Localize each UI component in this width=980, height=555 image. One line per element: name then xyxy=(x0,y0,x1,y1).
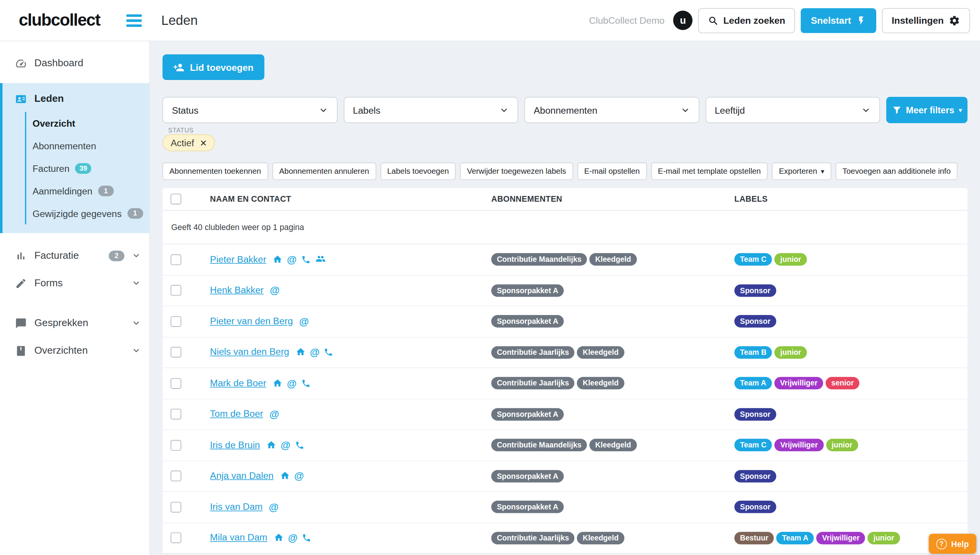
row-checkbox[interactable] xyxy=(171,254,181,265)
subscription-badge: Kleedgeld xyxy=(577,532,624,544)
member-name-link[interactable]: Iris van Dam xyxy=(210,501,263,512)
email-icon[interactable]: @ xyxy=(294,471,304,482)
sidebar-item-forms[interactable]: Forms xyxy=(0,269,149,297)
row-checkbox[interactable] xyxy=(171,285,181,296)
phone-icon[interactable] xyxy=(324,348,334,357)
email-icon[interactable]: @ xyxy=(299,316,309,327)
assign-subscriptions-button[interactable]: Abonnementen toekennen xyxy=(162,163,268,180)
label-badge: senior xyxy=(826,377,859,390)
member-name-link[interactable]: Pieter Bakker xyxy=(210,254,266,264)
help-button[interactable]: ? Help xyxy=(929,534,976,553)
remove-assigned-labels-button[interactable]: Verwijder toegewezen labels xyxy=(460,163,573,180)
member-name-link[interactable]: Niels van den Berg xyxy=(210,346,289,357)
email-icon[interactable]: @ xyxy=(288,533,297,544)
email-icon[interactable]: @ xyxy=(287,378,296,389)
filter-select-label: Abonnementen xyxy=(534,105,597,116)
row-checkbox[interactable] xyxy=(171,502,181,513)
subscription-badge: Kleedgeld xyxy=(577,346,624,359)
hamburger-menu-icon[interactable] xyxy=(126,11,142,29)
settings-button[interactable]: Instellingen xyxy=(882,8,970,33)
sidebar-subitem-aanmeldingen[interactable]: Aanmeldingen 1 xyxy=(26,180,150,202)
home-icon[interactable] xyxy=(273,378,283,388)
member-name-link[interactable]: Pieter van den Berg xyxy=(210,315,293,326)
row-checkbox[interactable] xyxy=(171,440,181,451)
phone-icon[interactable] xyxy=(301,255,311,265)
subitem-label: Aanmeldingen xyxy=(33,185,93,196)
subitem-label: Gewijzigde gegevens xyxy=(33,208,122,219)
count-badge: 1 xyxy=(127,208,143,219)
main-content: Lid toevoegen Status Labels Abonnementen… xyxy=(150,41,980,555)
email-icon[interactable]: @ xyxy=(310,347,319,358)
action-label: Verwijder toegewezen labels xyxy=(467,167,566,176)
home-icon[interactable] xyxy=(273,255,283,264)
sidebar-item-overzichten[interactable]: Overzichten xyxy=(0,337,149,364)
phone-icon[interactable] xyxy=(301,379,311,388)
help-label: Help xyxy=(951,539,969,548)
action-label: E-mail met template opstellen xyxy=(658,167,761,176)
email-icon[interactable]: @ xyxy=(270,409,279,420)
home-icon[interactable] xyxy=(280,471,290,481)
phone-icon[interactable] xyxy=(302,533,312,543)
email-icon[interactable]: @ xyxy=(281,440,290,451)
row-checkbox[interactable] xyxy=(171,409,181,420)
search-members-button[interactable]: Leden zoeken xyxy=(698,8,795,33)
subitem-label: Abonnementen xyxy=(33,140,96,151)
filter-select-abonnementen[interactable]: Abonnementen xyxy=(524,97,699,123)
sidebar-section-leden: Leden Overzicht Abonnementen Facturen 39… xyxy=(0,83,149,233)
member-name-link[interactable]: Mila van Dam xyxy=(210,532,268,543)
page-title: Leden xyxy=(161,13,198,28)
brand-zone: clubcollect xyxy=(0,11,150,30)
close-icon[interactable]: ✕ xyxy=(200,139,207,147)
filter-select-labels[interactable]: Labels xyxy=(343,97,518,123)
sidebar-item-gesprekken[interactable]: Gesprekken xyxy=(0,309,149,337)
avatar[interactable]: u xyxy=(673,11,693,30)
add-member-button[interactable]: Lid toevoegen xyxy=(162,54,264,80)
filter-select-leeftijd[interactable]: Leeftijd xyxy=(705,97,880,123)
home-icon[interactable] xyxy=(274,533,284,543)
sidebar-item-facturatie[interactable]: Facturatie 2 xyxy=(0,242,149,269)
sidebar-item-leden[interactable]: Leden xyxy=(3,86,150,112)
gear-icon xyxy=(949,15,960,26)
sidebar-subitem-overzicht[interactable]: Overzicht xyxy=(26,112,150,134)
row-checkbox[interactable] xyxy=(171,378,181,388)
sidebar-item-label: Leden xyxy=(34,93,64,104)
member-name-link[interactable]: Anja van Dalen xyxy=(210,470,274,481)
sidebar-subitem-gewijzigde-gegevens[interactable]: Gewijzigde gegevens 1 xyxy=(26,202,150,224)
email-icon[interactable]: @ xyxy=(287,255,296,266)
table-header-row: NAAM EN CONTACT ABONNEMENTEN LABELS xyxy=(162,188,967,211)
member-name-link[interactable]: Tom de Boer xyxy=(210,408,263,419)
sidebar-subitem-facturen[interactable]: Facturen 39 xyxy=(26,157,150,180)
export-button[interactable]: Exporteren▾ xyxy=(772,163,831,180)
member-name-link[interactable]: Mark de Boer xyxy=(210,377,266,388)
family-icon[interactable] xyxy=(315,253,325,263)
top-bar: clubcollect Leden ClubCollect Demo u Led… xyxy=(0,0,980,41)
clubcollect-logo[interactable]: clubcollect xyxy=(19,11,100,30)
quickstart-button[interactable]: Snelstart xyxy=(801,8,876,33)
sidebar-item-dashboard[interactable]: Dashboard xyxy=(0,49,149,77)
select-all-checkbox[interactable] xyxy=(171,194,181,204)
add-additional-info-button[interactable]: Toevoegen aan additionele info xyxy=(836,163,957,180)
row-checkbox[interactable] xyxy=(171,533,181,544)
phone-icon[interactable] xyxy=(295,441,305,451)
label-badge: junior xyxy=(775,346,807,359)
email-icon[interactable]: @ xyxy=(269,502,278,513)
row-checkbox[interactable] xyxy=(171,471,181,482)
row-checkbox[interactable] xyxy=(171,316,181,327)
more-filters-button[interactable]: Meer filters ▾ xyxy=(886,97,967,123)
cancel-subscriptions-button[interactable]: Abonnementen annuleren xyxy=(272,163,376,180)
member-name-link[interactable]: Iris de Bruin xyxy=(210,439,260,450)
column-header-subscriptions: ABONNEMENTEN xyxy=(491,194,734,204)
home-icon[interactable] xyxy=(296,347,305,357)
filter-select-status[interactable]: Status xyxy=(162,97,337,123)
count-badge: 1 xyxy=(98,185,114,196)
compose-template-email-button[interactable]: E-mail met template opstellen xyxy=(651,163,768,180)
email-icon[interactable]: @ xyxy=(270,285,279,296)
member-name-link[interactable]: Henk Bakker xyxy=(210,284,264,295)
caret-down-icon: ▾ xyxy=(959,106,962,113)
row-checkbox[interactable] xyxy=(171,347,181,358)
sidebar-subitem-abonnementen[interactable]: Abonnementen xyxy=(26,134,150,157)
home-icon[interactable] xyxy=(266,440,276,450)
subscription-badge: Contributie Jaarlijks xyxy=(491,377,575,390)
add-labels-button[interactable]: Labels toevoegen xyxy=(381,163,456,180)
compose-email-button[interactable]: E-mail opstellen xyxy=(577,163,647,180)
